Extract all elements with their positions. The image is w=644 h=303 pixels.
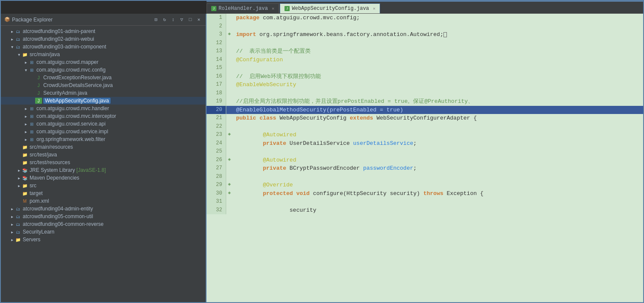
tab-webappsecurity-label: WebAppSecurityConfig.java bbox=[292, 6, 369, 12]
tree-label: atcrowdfunding03-admin-component bbox=[23, 44, 106, 50]
tree-item-maven[interactable]: ▸ 📚 Maven Dependencies bbox=[1, 174, 206, 182]
java-file-icon: J bbox=[35, 82, 42, 88]
code-line-28: 28 bbox=[207, 173, 643, 181]
maximize-btn[interactable]: □ bbox=[187, 16, 194, 23]
folder-icon: 📁 bbox=[15, 237, 21, 243]
line-content: @EnableGlobalMethodSecurity(prePostEnabl… bbox=[233, 106, 643, 114]
tree-label: target bbox=[30, 190, 43, 196]
tree-item-p3[interactable]: ▾ 🗂 atcrowdfunding03-admin-component bbox=[1, 43, 206, 51]
tree-item-p1[interactable]: ▸ 🗂 atcrowdfunding01-admin-parent bbox=[1, 27, 206, 35]
package-explorer-title: Package Explorer bbox=[12, 17, 151, 23]
folder-icon: 📁 bbox=[21, 190, 28, 196]
tree-label: com.atguigu.crowd.service.impl bbox=[36, 129, 108, 135]
line-marker bbox=[226, 206, 233, 215]
tree-item-securitylearn[interactable]: ▸ 🗂 SecurityLearn bbox=[1, 228, 206, 236]
package-explorer-panel: 📦 Package Explorer ⊡ ↻ ↕ ▽ □ ✕ ▸ 🗂 atcro… bbox=[1, 14, 207, 302]
sort-btn[interactable]: ↕ bbox=[170, 16, 177, 23]
tree-label: src/main/java bbox=[30, 51, 60, 57]
tree-item-jre[interactable]: ▸ 📚 JRE System Library [JavaSE-1.8] bbox=[1, 166, 206, 174]
tree-item-service-impl[interactable]: ▸ ⊞ com.atguigu.crowd.service.impl bbox=[1, 128, 206, 135]
code-line-26: 26 ◈ @Autowired bbox=[207, 156, 643, 165]
line-number: 14 bbox=[207, 56, 226, 64]
tree-label: atcrowdfunding02-admin-webui bbox=[23, 36, 94, 42]
tree-item-webappsecurity[interactable]: J WebAppSecurityConfig.java bbox=[1, 97, 206, 105]
tree-item-p2[interactable]: ▸ 🗂 atcrowdfunding02-admin-webui bbox=[1, 35, 206, 43]
tree-item-mapper[interactable]: ▸ ⊞ com.atguigu.crowd.mapper bbox=[1, 58, 206, 66]
line-number: 2 bbox=[207, 22, 226, 31]
annotation: @Autowired bbox=[263, 132, 296, 138]
editor-tab-bar: J RoleHandler.java ✕ J WebAppSecurityCon… bbox=[207, 1, 643, 14]
line-marker bbox=[226, 114, 233, 123]
line-number: 20 bbox=[207, 106, 226, 114]
line-number: 23 bbox=[207, 131, 226, 139]
tree-item-mainres[interactable]: 📁 src/main/resources bbox=[1, 143, 206, 151]
project-icon: 🗂 bbox=[15, 36, 21, 42]
tree-label: org.springframework.web.filter bbox=[36, 136, 105, 142]
line-marker bbox=[226, 39, 233, 48]
java-file-icon: J bbox=[35, 90, 42, 96]
line-content bbox=[233, 147, 643, 156]
code-line-13: 13 // 表示当前类是一个配置类 bbox=[207, 47, 643, 56]
tree-item-testjava[interactable]: 📁 src/test/java bbox=[1, 151, 206, 159]
tab-webappsecurity[interactable]: J WebAppSecurityConfig.java ✕ bbox=[280, 3, 380, 13]
tab-close-icon2[interactable]: ✕ bbox=[373, 6, 375, 11]
tree-item-crowd-userdetails[interactable]: J CrowdUserDetailsService.java bbox=[1, 81, 206, 89]
line-content: @EnableWebSecurity bbox=[233, 81, 643, 89]
package-explorer-tree[interactable]: ▸ 🗂 atcrowdfunding01-admin-parent ▸ 🗂 at… bbox=[1, 26, 206, 302]
folder-icon: 📁 bbox=[21, 152, 28, 158]
project-icon: 🗂 bbox=[15, 44, 21, 50]
tree-item-src[interactable]: ▸ 📁 src bbox=[1, 182, 206, 189]
package-icon: ⊞ bbox=[28, 105, 35, 111]
tree-item-security-admin[interactable]: J SecurityAdmin.java bbox=[1, 89, 206, 97]
view-menu-btn[interactable]: ▽ bbox=[178, 16, 185, 23]
tree-item-srcmain[interactable]: ▾ 📁 src/main/java bbox=[1, 51, 206, 58]
package-icon: ⊞ bbox=[28, 59, 35, 65]
line-marker bbox=[226, 14, 233, 22]
tree-item-handler[interactable]: ▸ ⊞ com.atguigu.crowd.mvc.handler bbox=[1, 105, 206, 112]
tree-item-servers[interactable]: ▸ 📁 Servers bbox=[1, 236, 206, 243]
annotation: @Autowired bbox=[263, 157, 296, 163]
tab-close-icon[interactable]: ✕ bbox=[272, 6, 274, 11]
tree-label: atcrowdfunding06-common-reverse bbox=[23, 221, 104, 227]
tree-item-mvcconfig[interactable]: ▾ ⊞ com.atguigu.crowd.mvc.config bbox=[1, 66, 206, 74]
line-marker bbox=[226, 56, 233, 64]
main-layout: 📦 Package Explorer ⊡ ↻ ↕ ▽ □ ✕ ▸ 🗂 atcro… bbox=[1, 14, 643, 302]
tree-item-target[interactable]: 📁 target bbox=[1, 189, 206, 197]
close-btn[interactable]: ✕ bbox=[195, 16, 202, 23]
keyword: void bbox=[296, 190, 309, 197]
annotation: @Override bbox=[263, 182, 293, 188]
tab-rolehandler[interactable]: J RoleHandler.java ✕ bbox=[207, 3, 279, 13]
tree-item-p5[interactable]: ▸ 🗂 atcrowdfunding05-common-util bbox=[1, 213, 206, 220]
tree-item-p4[interactable]: ▸ 🗂 atcrowdfunding04-admin-entity bbox=[1, 205, 206, 213]
line-number: 22 bbox=[207, 123, 226, 131]
tree-item-interceptor[interactable]: ▸ ⊞ com.atguigu.crowd.mvc.interceptor bbox=[1, 112, 206, 120]
tree-item-pom[interactable]: M pom.xml bbox=[1, 197, 206, 205]
code-line-23: 23 ◈ @Autowired bbox=[207, 131, 643, 139]
line-content: public class WebAppSecurityConfig extend… bbox=[233, 114, 643, 123]
tree-item-crowd-exception[interactable]: J CrowdExceptionResolver.java bbox=[1, 74, 206, 81]
line-content: package com.atguigu.crowd.mvc.config; bbox=[233, 14, 643, 22]
field-name: userDetailsService bbox=[353, 140, 413, 147]
line-content: // 启用Web环境下权限控制功能 bbox=[233, 72, 643, 81]
line-marker bbox=[226, 22, 233, 31]
code-editor[interactable]: 1 package com.atguigu.crowd.mvc.config; … bbox=[207, 14, 643, 302]
tree-item-service-api[interactable]: ▸ ⊞ com.atguigu.crowd.service.api bbox=[1, 120, 206, 128]
lib-icon: 📚 bbox=[21, 167, 28, 173]
code-line-12: 12 bbox=[207, 39, 643, 48]
keyword: import bbox=[236, 31, 256, 38]
annotation: @EnableGlobalMethodSecurity(prePostEnabl… bbox=[236, 107, 403, 113]
line-marker bbox=[226, 147, 233, 156]
line-number: 17 bbox=[207, 81, 226, 89]
link-editor-btn[interactable]: ↻ bbox=[161, 16, 168, 23]
line-content bbox=[233, 22, 643, 31]
code-line-20: 20 @EnableGlobalMethodSecurity(prePostEn… bbox=[207, 106, 643, 114]
line-number: 1 bbox=[207, 14, 226, 22]
code-line-18: 18 bbox=[207, 89, 643, 98]
code-line-2: 2 bbox=[207, 22, 643, 31]
tree-item-p6[interactable]: ▸ 🗂 atcrowdfunding06-common-reverse bbox=[1, 220, 206, 228]
collapse-all-btn[interactable]: ⊡ bbox=[153, 16, 159, 23]
line-content bbox=[233, 64, 643, 72]
tree-item-filter[interactable]: ▸ ⊞ org.springframework.web.filter bbox=[1, 135, 206, 143]
package-icon: ⊞ bbox=[28, 121, 35, 127]
tree-item-testres[interactable]: 📁 src/test/resources bbox=[1, 159, 206, 166]
